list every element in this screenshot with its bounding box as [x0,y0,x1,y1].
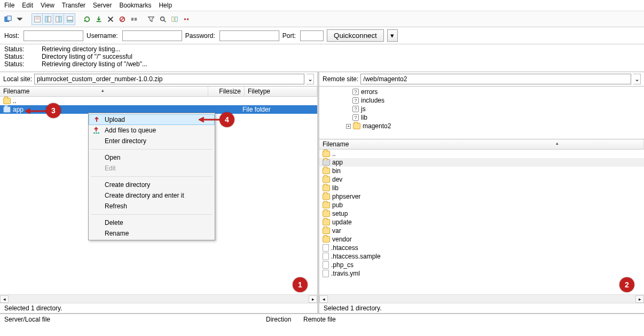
ctx-add-to-queue[interactable]: Add files to queue [89,125,215,136]
col-remote-file[interactable]: Remote file [303,316,336,324]
list-item[interactable]: bin [319,167,644,175]
toggle-remote-tree-icon[interactable] [53,14,64,25]
col-filetype[interactable]: Filetype [245,87,317,96]
col-filename[interactable]: Filename [319,139,644,149]
quickconnect-button[interactable]: Quickconnect [327,29,384,42]
svg-point-20 [184,18,186,20]
remote-scrollbar[interactable]: ◂ ▸ [319,294,644,303]
local-path-dropdown-icon[interactable]: ⌄ [307,74,314,84]
list-item[interactable]: .htaccess.sample [319,252,644,261]
menu-transfer[interactable]: Transfer [62,2,85,9]
reconnect-icon[interactable] [129,14,139,25]
refresh-icon[interactable] [82,14,92,25]
tree-node[interactable]: ?errors [324,88,640,96]
list-item-parent-dir[interactable]: .. [319,150,644,158]
unknown-icon: ? [352,97,359,104]
transfer-queue-header: Server/Local file Direction Remote file [0,314,644,325]
password-input[interactable] [219,30,279,41]
list-item[interactable]: dev [319,175,644,184]
col-server-local[interactable]: Server/Local file [4,316,266,324]
scroll-left-icon[interactable]: ◂ [319,295,328,303]
tree-node[interactable]: ?lib [324,113,640,122]
list-item[interactable]: phpserver [319,192,644,201]
ctx-create-directory[interactable]: Create directory [89,179,215,190]
compare-icon[interactable] [169,14,180,25]
menu-file[interactable]: File [4,2,14,9]
ctx-refresh[interactable]: Refresh [89,201,215,212]
disconnect-icon[interactable] [117,14,128,25]
toggle-queue-icon[interactable] [64,14,75,25]
folder-icon [323,228,330,234]
toggle-local-tree-icon[interactable] [43,14,53,25]
menu-server[interactable]: Server [93,2,112,9]
ctx-enter-directory[interactable]: Enter directory [89,136,215,146]
quickconnect-bar: Host: Username: Password: Port: Quickcon… [0,27,644,44]
scroll-right-icon[interactable]: ▸ [635,295,644,303]
folder-icon [353,123,360,129]
menubar: File Edit View Transfer Server Bookmarks… [0,0,644,11]
svg-point-16 [161,17,164,20]
ctx-create-directory-enter[interactable]: Create directory and enter it [89,190,215,201]
ctx-rename[interactable]: Rename [89,228,215,239]
search-icon[interactable] [158,14,168,25]
local-scrollbar[interactable]: ◂ ▸ [0,294,317,303]
remote-path-dropdown-icon[interactable]: ⌄ [633,74,641,84]
file-icon [323,253,329,260]
tree-node[interactable]: ?js [324,105,640,113]
filter-icon[interactable] [146,14,156,25]
expand-icon[interactable]: + [346,124,351,129]
annotation-arrow-4-icon [199,116,221,123]
col-filename[interactable]: Filename [0,87,208,96]
tree-node-magento2[interactable]: +magento2 [324,122,640,130]
svg-rect-6 [48,16,51,22]
list-item[interactable]: .php_cs [319,261,644,269]
host-input[interactable] [23,30,83,41]
list-item[interactable]: .htaccess [319,244,644,252]
ctx-delete[interactable]: Delete [89,217,215,228]
svg-rect-5 [45,16,48,22]
menu-edit[interactable]: Edit [22,2,33,9]
toggle-log-icon[interactable] [32,14,43,25]
scroll-left-icon[interactable]: ◂ [0,295,9,303]
username-input[interactable] [122,30,182,41]
folder-icon [3,98,11,104]
ctx-upload[interactable]: Upload [89,114,215,125]
folder-icon [323,168,330,174]
list-item-app[interactable]: app [319,158,644,167]
site-manager-icon[interactable] [3,14,13,25]
local-site-label: Local site: [3,75,32,83]
list-item[interactable]: setup [319,209,644,218]
quickconnect-dropdown[interactable]: ▾ [387,29,398,42]
port-input[interactable] [300,30,324,41]
sync-browse-icon[interactable] [181,14,192,25]
remote-tree: ?errors ?includes ?js ?lib +magento2 [319,87,644,139]
add-queue-icon [92,126,100,135]
remote-file-list: .. app bin dev lib phpserver pub setup u… [319,150,644,294]
list-item[interactable]: vendor [319,235,644,244]
col-direction[interactable]: Direction [266,316,303,324]
local-path-input[interactable] [34,74,304,84]
svg-rect-7 [56,16,59,22]
process-queue-icon[interactable] [93,14,104,25]
scroll-right-icon[interactable]: ▸ [309,295,317,303]
menu-help[interactable]: Help [159,2,172,9]
remote-path-input[interactable] [360,74,631,84]
folder-icon [3,106,11,113]
col-filesize[interactable]: Filesize [208,87,245,96]
menu-view[interactable]: View [41,2,54,9]
folder-icon [323,210,330,217]
menu-bookmarks[interactable]: Bookmarks [119,2,151,9]
list-item[interactable]: var [319,226,644,235]
log-label: Status: [4,53,31,60]
list-item[interactable]: lib [319,184,644,192]
tree-node[interactable]: ?includes [324,96,640,105]
list-item[interactable]: pub [319,201,644,209]
cancel-icon[interactable] [105,14,116,25]
annotation-callout-3: 3 [46,103,61,118]
ctx-open[interactable]: Open [89,152,215,163]
sort-indicator-icon: ▴ [101,88,104,93]
list-item[interactable]: .travis.yml [319,269,644,278]
list-item-parent-dir[interactable]: .. [0,97,317,105]
list-item[interactable]: update [319,218,644,226]
dropdown-icon[interactable] [14,14,25,25]
